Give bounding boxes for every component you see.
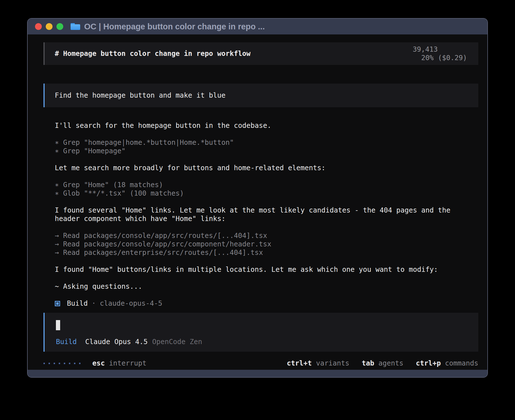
input-model-label: Claude Opus 4.5 bbox=[85, 338, 148, 346]
tool-call-glob: ∗ Glob "**/*.tsx" (100 matches) bbox=[43, 189, 478, 198]
ctrl-p-key: ctrl+p bbox=[416, 359, 441, 367]
asking-questions-status: ~ Asking questions... bbox=[43, 282, 478, 291]
tool-call-group: → Read packages/console/app/src/routes/[… bbox=[43, 231, 478, 257]
hint-variants: ctrl+t variants bbox=[287, 359, 349, 368]
commands-label: commands bbox=[445, 359, 478, 367]
tool-call-group: ∗ Grep "homepage|home.*button|Home.*butt… bbox=[43, 138, 478, 155]
terminal-content: # Homepage button color change in repo w… bbox=[28, 34, 487, 370]
user-message-text: Find the homepage button and make it blu… bbox=[55, 91, 226, 100]
interrupt-label: interrupt bbox=[109, 359, 147, 367]
tool-call-grep: ∗ Grep "Home" (18 matches) bbox=[43, 181, 478, 189]
assistant-text: I found several "Home" links. Let me loo… bbox=[43, 206, 478, 223]
variants-label: variants bbox=[316, 359, 349, 367]
tool-call-grep: ∗ Grep "homepage|home.*button|Home.*butt… bbox=[43, 138, 478, 147]
titlebar: OC | Homepage button color change in rep… bbox=[28, 19, 487, 34]
minimize-button[interactable] bbox=[46, 23, 53, 30]
close-button[interactable] bbox=[35, 23, 42, 30]
session-stats: 39,413 20% ($0.29) bbox=[379, 37, 467, 71]
tool-call-read: → Read packages/console/app/src/componen… bbox=[43, 240, 478, 248]
window-title: OC | Homepage button color change in rep… bbox=[84, 22, 265, 31]
progress-dots bbox=[43, 363, 80, 364]
hint-agents: tab agents bbox=[362, 359, 403, 368]
zoom-button[interactable] bbox=[56, 23, 63, 30]
status-bar: esc interrupt ctrl+t variants tab agents… bbox=[43, 359, 478, 368]
agent-status-row: Build · claude-opus-4-5 bbox=[43, 299, 478, 308]
user-message: Find the homepage button and make it blu… bbox=[43, 84, 478, 107]
hint-commands: ctrl+p commands bbox=[416, 359, 478, 368]
text-cursor bbox=[56, 320, 60, 330]
tab-key: tab bbox=[362, 359, 374, 367]
terminal-window: OC | Homepage button color change in rep… bbox=[27, 18, 488, 378]
input-status-row: Build Claude Opus 4.5 OpenCode Zen bbox=[56, 338, 467, 346]
session-header: # Homepage button color change in repo w… bbox=[43, 42, 478, 65]
tool-call-group: ∗ Grep "Home" (18 matches) ∗ Glob "**/*.… bbox=[43, 181, 478, 198]
tool-call-read: → Read packages/console/app/src/routes/[… bbox=[43, 231, 478, 240]
token-count: 39,413 bbox=[413, 45, 438, 53]
input-provider-label: OpenCode Zen bbox=[152, 338, 202, 346]
folder-icon bbox=[71, 23, 80, 30]
context-usage: 20% ($0.29) bbox=[421, 54, 467, 62]
assistant-text: Let me search more broadly for buttons a… bbox=[43, 164, 478, 172]
prompt-input[interactable]: Build Claude Opus 4.5 OpenCode Zen bbox=[43, 313, 478, 352]
agent-model: claude-opus-4-5 bbox=[100, 299, 162, 308]
build-agent-icon bbox=[55, 301, 60, 306]
agent-name: Build bbox=[67, 299, 88, 308]
assistant-text: I found "Home" buttons/links in multiple… bbox=[43, 265, 478, 274]
tool-call-grep: ∗ Grep "Homepage" bbox=[43, 147, 478, 155]
esc-key: esc bbox=[92, 359, 105, 367]
conversation: I'll search for the homepage button in t… bbox=[43, 121, 478, 308]
session-title: # Homepage button color change in repo w… bbox=[55, 49, 250, 58]
agents-label: agents bbox=[378, 359, 403, 367]
input-agent-label: Build bbox=[56, 338, 77, 346]
ctrl-t-key: ctrl+t bbox=[287, 359, 312, 367]
assistant-text: I'll search for the homepage button in t… bbox=[43, 121, 478, 130]
tool-call-read: → Read packages/enterprise/src/routes/[.… bbox=[43, 248, 478, 257]
traffic-lights bbox=[35, 23, 63, 30]
status-separator: · bbox=[92, 299, 96, 308]
hint-interrupt: esc interrupt bbox=[92, 359, 147, 368]
window-bottom-strip bbox=[28, 370, 487, 377]
esc-label bbox=[105, 359, 109, 367]
